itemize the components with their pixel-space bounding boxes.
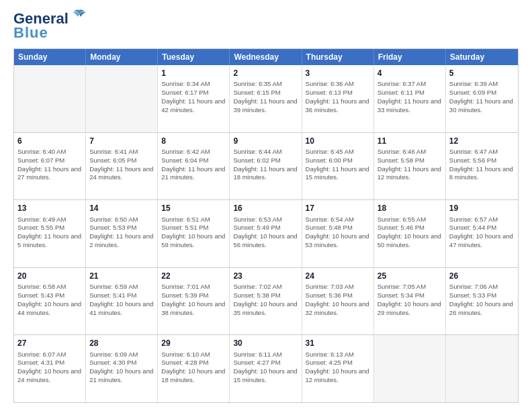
day-cell-13: 13Sunrise: 6:49 AMSunset: 5:55 PMDayligh… <box>14 200 86 267</box>
sunrise-text: Sunrise: 7:02 AM <box>233 283 298 291</box>
empty-cell <box>446 335 518 402</box>
logo-bird-icon <box>70 9 89 24</box>
daylight-text: Daylight: 11 hours and 36 minutes. <box>306 97 370 115</box>
day-number: 15 <box>161 203 226 214</box>
sunrise-text: Sunrise: 6:44 AM <box>233 148 298 156</box>
day-number: 23 <box>233 271 298 281</box>
logo: General Blue <box>13 11 89 42</box>
daylight-text: Daylight: 11 hours and 21 minutes. <box>161 165 226 183</box>
sunrise-text: Sunrise: 6:40 AM <box>17 148 82 156</box>
sunset-text: Sunset: 6:04 PM <box>161 156 226 165</box>
daylight-text: Daylight: 11 hours and 30 minutes. <box>449 97 515 115</box>
sunset-text: Sunset: 6:17 PM <box>161 89 226 97</box>
header-day-tuesday: Tuesday <box>158 49 230 65</box>
daylight-text: Daylight: 11 hours and 33 minutes. <box>378 97 442 115</box>
daylight-text: Daylight: 10 hours and 18 minutes. <box>161 367 226 385</box>
day-number: 26 <box>449 271 515 281</box>
day-number: 16 <box>233 203 298 214</box>
sunrise-text: Sunrise: 6:54 AM <box>306 216 370 224</box>
sunrise-text: Sunrise: 7:06 AM <box>449 283 515 291</box>
sunrise-text: Sunrise: 6:11 AM <box>233 351 298 359</box>
sunset-text: Sunset: 6:11 PM <box>378 89 442 97</box>
day-cell-4: 4Sunrise: 6:37 AMSunset: 6:11 PMDaylight… <box>374 65 446 132</box>
sunset-text: Sunset: 6:02 PM <box>233 156 298 165</box>
day-cell-16: 16Sunrise: 6:53 AMSunset: 5:49 PMDayligh… <box>230 200 302 267</box>
day-cell-2: 2Sunrise: 6:35 AMSunset: 6:15 PMDaylight… <box>230 65 302 132</box>
daylight-text: Daylight: 10 hours and 24 minutes. <box>17 367 82 385</box>
day-cell-26: 26Sunrise: 7:06 AMSunset: 5:33 PMDayligh… <box>446 268 518 335</box>
day-cell-22: 22Sunrise: 7:01 AMSunset: 5:39 PMDayligh… <box>158 268 230 335</box>
daylight-text: Daylight: 10 hours and 12 minutes. <box>306 367 370 385</box>
daylight-text: Daylight: 10 hours and 56 minutes. <box>233 232 298 250</box>
page: General Blue SundayMondayTuesdayWednesda… <box>0 0 532 411</box>
day-number: 28 <box>89 338 154 349</box>
sunset-text: Sunset: 5:51 PM <box>161 224 226 232</box>
logo-blue: Blue <box>13 24 48 42</box>
day-cell-1: 1Sunrise: 6:34 AMSunset: 6:17 PMDaylight… <box>158 65 230 132</box>
sunrise-text: Sunrise: 6:37 AM <box>378 80 442 89</box>
day-number: 21 <box>89 271 154 281</box>
day-number: 3 <box>306 68 370 79</box>
sunset-text: Sunset: 5:53 PM <box>89 224 154 232</box>
day-number: 5 <box>449 68 515 79</box>
day-number: 11 <box>378 136 442 146</box>
day-number: 2 <box>233 68 298 79</box>
daylight-text: Daylight: 11 hours and 18 minutes. <box>233 165 298 183</box>
sunrise-text: Sunrise: 6:09 AM <box>89 351 154 359</box>
day-cell-27: 27Sunrise: 6:07 AMSunset: 4:31 PMDayligh… <box>14 335 86 402</box>
sunrise-text: Sunrise: 6:42 AM <box>161 148 226 156</box>
header: General Blue <box>13 11 519 42</box>
daylight-text: Daylight: 10 hours and 47 minutes. <box>449 232 515 250</box>
header-day-sunday: Sunday <box>14 49 86 65</box>
daylight-text: Daylight: 11 hours and 27 minutes. <box>17 165 82 183</box>
day-number: 8 <box>161 136 226 146</box>
day-number: 19 <box>449 203 515 214</box>
day-cell-3: 3Sunrise: 6:36 AMSunset: 6:13 PMDaylight… <box>302 65 374 132</box>
empty-cell <box>14 65 86 132</box>
day-cell-25: 25Sunrise: 7:05 AMSunset: 5:34 PMDayligh… <box>374 268 446 335</box>
sunset-text: Sunset: 6:15 PM <box>233 89 298 97</box>
day-number: 10 <box>306 136 370 146</box>
sunrise-text: Sunrise: 6:53 AM <box>233 216 298 224</box>
sunrise-text: Sunrise: 6:50 AM <box>89 216 154 224</box>
day-cell-15: 15Sunrise: 6:51 AMSunset: 5:51 PMDayligh… <box>158 200 230 267</box>
day-cell-31: 31Sunrise: 6:13 AMSunset: 4:25 PMDayligh… <box>302 335 374 402</box>
day-cell-11: 11Sunrise: 6:46 AMSunset: 5:58 PMDayligh… <box>374 133 446 200</box>
calendar-week-4: 20Sunrise: 6:58 AMSunset: 5:43 PMDayligh… <box>14 267 518 335</box>
sunset-text: Sunset: 4:31 PM <box>17 359 82 367</box>
daylight-text: Daylight: 10 hours and 29 minutes. <box>378 300 442 318</box>
day-number: 24 <box>306 271 370 281</box>
sunrise-text: Sunrise: 7:03 AM <box>306 283 370 291</box>
daylight-text: Daylight: 10 hours and 38 minutes. <box>161 300 226 318</box>
sunrise-text: Sunrise: 6:59 AM <box>89 283 154 291</box>
sunrise-text: Sunrise: 6:34 AM <box>161 80 226 89</box>
daylight-text: Daylight: 10 hours and 41 minutes. <box>89 300 154 318</box>
day-cell-21: 21Sunrise: 6:59 AMSunset: 5:41 PMDayligh… <box>86 268 158 335</box>
sunset-text: Sunset: 4:28 PM <box>161 359 226 367</box>
header-day-friday: Friday <box>374 49 446 65</box>
sunset-text: Sunset: 5:58 PM <box>378 156 442 165</box>
sunrise-text: Sunrise: 7:05 AM <box>378 283 442 291</box>
header-day-monday: Monday <box>86 49 158 65</box>
daylight-text: Daylight: 11 hours and 2 minutes. <box>89 232 154 250</box>
day-cell-29: 29Sunrise: 6:10 AMSunset: 4:28 PMDayligh… <box>158 335 230 402</box>
sunset-text: Sunset: 6:09 PM <box>449 89 515 97</box>
day-cell-7: 7Sunrise: 6:41 AMSunset: 6:05 PMDaylight… <box>86 133 158 200</box>
day-number: 27 <box>17 338 82 349</box>
sunset-text: Sunset: 5:38 PM <box>233 291 298 300</box>
daylight-text: Daylight: 10 hours and 50 minutes. <box>378 232 442 250</box>
day-cell-18: 18Sunrise: 6:55 AMSunset: 5:46 PMDayligh… <box>374 200 446 267</box>
day-number: 1 <box>161 68 226 79</box>
day-number: 29 <box>161 338 226 349</box>
calendar-week-3: 13Sunrise: 6:49 AMSunset: 5:55 PMDayligh… <box>14 199 518 267</box>
sunrise-text: Sunrise: 7:01 AM <box>161 283 226 291</box>
sunrise-text: Sunrise: 6:45 AM <box>306 148 370 156</box>
sunrise-text: Sunrise: 6:36 AM <box>306 80 370 89</box>
day-cell-12: 12Sunrise: 6:47 AMSunset: 5:56 PMDayligh… <box>446 133 518 200</box>
sunrise-text: Sunrise: 6:46 AM <box>378 148 442 156</box>
sunset-text: Sunset: 5:41 PM <box>89 291 154 300</box>
day-cell-28: 28Sunrise: 6:09 AMSunset: 4:30 PMDayligh… <box>86 335 158 402</box>
sunset-text: Sunset: 5:39 PM <box>161 291 226 300</box>
sunrise-text: Sunrise: 6:07 AM <box>17 351 82 359</box>
calendar-week-1: 1Sunrise: 6:34 AMSunset: 6:17 PMDaylight… <box>14 65 518 132</box>
